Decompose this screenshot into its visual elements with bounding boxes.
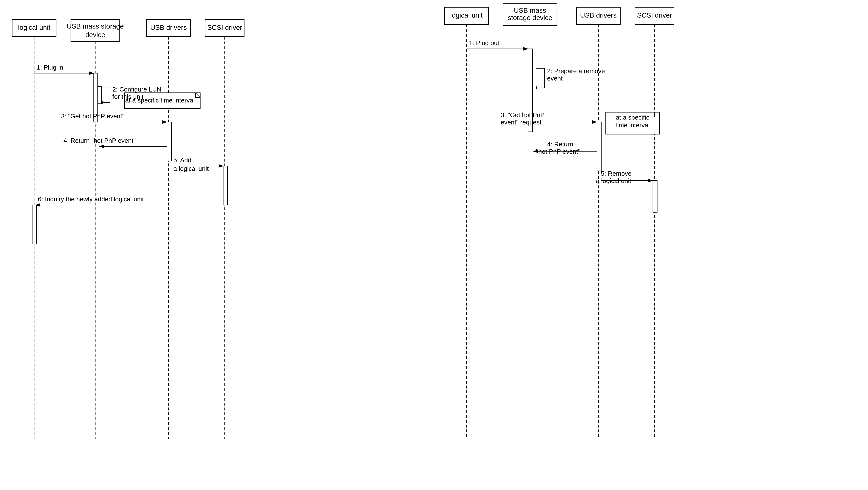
actor-usb-msd-left-label: USB mass storage bbox=[67, 23, 124, 30]
sequence-diagram-svg: logical unit USB mass storage device USB… bbox=[0, 0, 868, 490]
diagram-container: logical unit USB mass storage device USB… bbox=[0, 0, 868, 490]
note-text-right1: at a specific bbox=[616, 114, 649, 121]
msg3-right-label1: 3: "Get hot PnP bbox=[501, 111, 545, 119]
msg1-left-label: 1: Plug in bbox=[37, 64, 63, 71]
msg4-left-label: 4: Return "hot PnP event" bbox=[63, 137, 136, 144]
actor-logical-unit-right-label: logical unit bbox=[451, 11, 483, 19]
actor-usb-drivers-left-label: USB drivers bbox=[150, 24, 187, 31]
actor-usb-drivers-right-label: USB drivers bbox=[580, 11, 616, 19]
msg5-right-label2: a logical unit bbox=[596, 177, 631, 185]
msg3-left-label: 3: "Get hot PnP event" bbox=[61, 112, 124, 120]
activation-lu-left bbox=[32, 205, 37, 244]
msg6-left-label: 6: Inquiry the newly added logical unit bbox=[38, 195, 144, 203]
msg3-right-label2: event" request bbox=[501, 119, 542, 126]
activation-usb-msd-self-right bbox=[532, 67, 536, 89]
msg5-left-label1: 5: Add bbox=[174, 156, 191, 164]
msg1-right-label: 1: Plug out bbox=[469, 39, 499, 46]
activation-usb-msd-self bbox=[98, 87, 101, 104]
msg4-right-label2: "hot PnP event" bbox=[536, 148, 580, 155]
activation-scsi-right bbox=[653, 181, 657, 212]
note-fold-right bbox=[655, 112, 659, 117]
msg2-right-label2: event bbox=[547, 75, 563, 82]
msg2-right-label1: 2: Prepare a remove bbox=[547, 67, 605, 75]
activation-usb-drivers-right bbox=[597, 122, 601, 171]
msg5-right-label1: 5: Remove bbox=[601, 170, 631, 177]
actor-usb-msd-right-label1: USB mass bbox=[514, 7, 546, 14]
note-text-right2: time interval bbox=[616, 122, 650, 129]
activation-usb-drivers-left bbox=[167, 122, 172, 161]
actor-scsi-left-label: SCSI driver bbox=[207, 24, 242, 31]
msg4-right-label1: 4: Return bbox=[547, 140, 573, 148]
msg2-left-label2: for this unit bbox=[112, 93, 144, 100]
msg2-left-label1: 2: Configure LUN bbox=[112, 86, 161, 93]
actor-usb-msd-left-label2: device bbox=[86, 31, 105, 38]
msg5-left-label2: a logical unit bbox=[174, 165, 209, 172]
actor-logical-unit-left-label: logical unit bbox=[18, 24, 51, 31]
activation-scsi-left bbox=[223, 166, 228, 205]
actor-scsi-right-label: SCSI driver bbox=[637, 11, 672, 19]
actor-usb-msd-right-label2: storage device bbox=[508, 14, 552, 22]
